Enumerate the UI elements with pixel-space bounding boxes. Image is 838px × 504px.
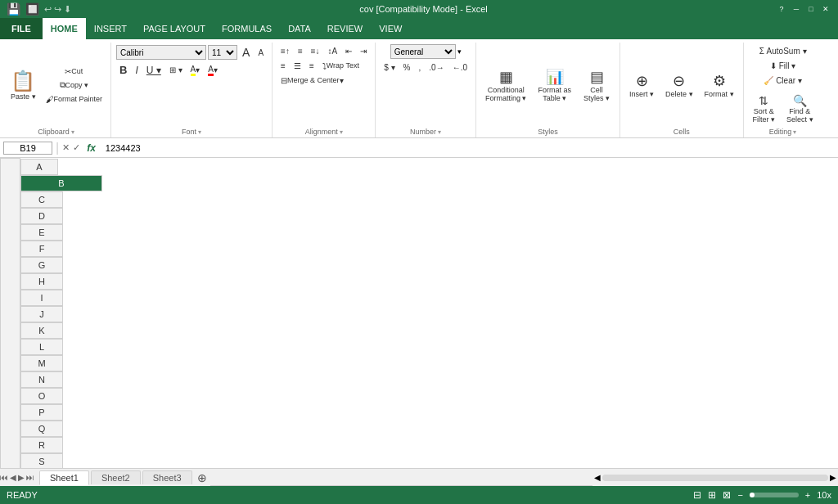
number-format-select[interactable]: General: [390, 44, 456, 59]
minimize-button[interactable]: ─: [791, 3, 802, 15]
indent-increase-button[interactable]: ⇥: [357, 44, 370, 57]
menu-data[interactable]: DATA: [280, 18, 319, 39]
ribbon-group-number: General ▾ $ ▾ % , .0→ ←.0 Number ▾: [377, 43, 476, 137]
increase-decimal-button[interactable]: ←.0: [449, 61, 471, 74]
menu-home[interactable]: HOME: [43, 18, 86, 39]
align-center-button[interactable]: ☰: [291, 59, 304, 72]
formula-input[interactable]: [102, 143, 835, 153]
sheet-tab-3[interactable]: Sheet3: [142, 470, 192, 484]
zoom-in-button[interactable]: +: [805, 490, 810, 500]
col-header-g[interactable]: G: [20, 257, 63, 273]
col-header-r[interactable]: R: [20, 437, 63, 453]
bold-button[interactable]: B: [116, 62, 130, 78]
insert-button[interactable]: ⊕ Insert ▾: [625, 64, 658, 106]
col-header-i[interactable]: I: [20, 290, 63, 306]
decrease-decimal-button[interactable]: .0→: [426, 61, 447, 74]
conditional-formatting-button[interactable]: ▦ Conditional Formatting ▾: [481, 64, 531, 106]
name-box[interactable]: [3, 142, 52, 155]
zoom-slider[interactable]: [750, 493, 799, 497]
sheet-nav-prev[interactable]: ◀: [10, 473, 16, 482]
comma-button[interactable]: ,: [416, 61, 425, 74]
menu-insert[interactable]: INSERT: [86, 18, 135, 39]
menu-formulas[interactable]: FORMULAS: [214, 18, 280, 39]
auto-sum-button[interactable]: Σ AutoSum ▾: [756, 44, 810, 57]
col-header-e[interactable]: E: [20, 224, 63, 241]
maximize-button[interactable]: □: [805, 3, 817, 15]
copy-button[interactable]: ⧉ Copy ▾: [43, 79, 106, 92]
wrap-text-button[interactable]: ⤵ Wrap Text: [319, 59, 363, 72]
close-button[interactable]: ✕: [820, 3, 831, 15]
grid-scroll-area[interactable]: A B C D E F G H I J K L M N O: [0, 158, 838, 468]
format-as-table-button[interactable]: 📊 Format as Table ▾: [534, 64, 576, 106]
indent-decrease-button[interactable]: ⇤: [342, 44, 355, 57]
align-bottom-button[interactable]: ≡↓: [308, 44, 323, 57]
styles-label: Styles: [481, 128, 615, 136]
fill-button[interactable]: ⬇ Fill ▾: [767, 59, 799, 72]
sheet-tab-1[interactable]: Sheet1: [39, 470, 89, 485]
col-header-c[interactable]: C: [20, 191, 63, 208]
menu-view[interactable]: VIEW: [371, 18, 410, 39]
clear-button[interactable]: 🧹 Clear ▾: [760, 74, 804, 87]
zoom-out-button[interactable]: −: [737, 490, 742, 500]
col-header-m[interactable]: M: [20, 355, 63, 371]
underline-button[interactable]: U ▾: [143, 63, 164, 78]
h-scroll-right[interactable]: ▶: [830, 473, 836, 482]
sheet-nav-last[interactable]: ⏭: [26, 473, 34, 482]
text-direction-button[interactable]: ↕A: [325, 44, 341, 57]
align-left-button[interactable]: ≡: [277, 59, 289, 72]
cell-styles-button[interactable]: ▤ Cell Styles ▾: [579, 64, 615, 106]
sheet-nav-next[interactable]: ▶: [18, 473, 25, 482]
page-break-icon[interactable]: ⊠: [723, 489, 731, 501]
align-right-button[interactable]: ≡: [306, 59, 318, 72]
sheet-nav-first[interactable]: ⏮: [0, 473, 8, 482]
cut-button[interactable]: ✂ Cut: [43, 65, 106, 78]
col-header-p[interactable]: P: [20, 404, 63, 421]
h-scroll-left[interactable]: ◀: [594, 473, 601, 482]
merge-center-button[interactable]: ⊟ Merge & Center ▾: [277, 74, 347, 87]
menu-file[interactable]: FILE: [0, 18, 43, 39]
italic-button[interactable]: I: [132, 63, 141, 78]
currency-button[interactable]: $ ▾: [381, 61, 398, 74]
format-button[interactable]: ⚙ Format ▾: [701, 64, 738, 106]
help-button[interactable]: ?: [776, 3, 787, 15]
ribbon-group-styles: ▦ Conditional Formatting ▾ 📊 Format as T…: [478, 43, 620, 137]
delete-button[interactable]: ⊖ Delete ▾: [661, 64, 697, 106]
col-header-f[interactable]: F: [20, 241, 63, 257]
number-label: Number ▾: [381, 128, 471, 136]
increase-font-size-button[interactable]: A: [239, 44, 253, 61]
paste-button[interactable]: 📋 Paste ▾: [7, 64, 40, 106]
borders-button[interactable]: ⊞ ▾: [166, 64, 186, 77]
add-sheet-button[interactable]: ⊕: [194, 470, 210, 486]
find-select-button[interactable]: 🔍 Find & Select ▾: [782, 92, 818, 126]
decrease-font-size-button[interactable]: A: [255, 46, 267, 59]
font-name-select[interactable]: Calibri: [116, 45, 206, 60]
col-header-o[interactable]: O: [20, 388, 63, 404]
page-layout-icon[interactable]: ⊟: [693, 489, 701, 501]
format-painter-button[interactable]: 🖌 Format Painter: [43, 92, 106, 106]
normal-view-icon[interactable]: ⊞: [708, 489, 716, 501]
col-header-n[interactable]: N: [20, 371, 63, 388]
font-color-button[interactable]: A ▾: [205, 63, 221, 78]
col-header-d[interactable]: D: [20, 208, 63, 224]
align-top-button[interactable]: ≡↑: [277, 44, 293, 57]
col-header-s[interactable]: S: [20, 453, 63, 469]
menu-page-layout[interactable]: PAGE LAYOUT: [135, 18, 214, 39]
align-middle-button[interactable]: ≡: [295, 44, 306, 57]
col-header-l[interactable]: L: [20, 339, 63, 355]
col-header-b[interactable]: B: [20, 175, 102, 191]
sheet-tab-2[interactable]: Sheet2: [91, 470, 141, 484]
h-scrollbar[interactable]: [602, 475, 828, 481]
col-header-q[interactable]: Q: [20, 421, 63, 437]
percent-button[interactable]: %: [400, 61, 414, 74]
sort-filter-button[interactable]: ⇅ Sort & Filter ▾: [749, 92, 780, 126]
cells-label: Cells: [625, 128, 738, 136]
fx-label: fx: [87, 142, 96, 154]
col-header-j[interactable]: J: [20, 306, 63, 322]
editing-label: Editing ▾: [749, 128, 818, 136]
font-size-select[interactable]: 11: [208, 45, 237, 60]
fill-color-button[interactable]: A ▾: [187, 63, 204, 78]
col-header-k[interactable]: K: [20, 322, 63, 339]
col-header-a[interactable]: A: [20, 159, 58, 175]
menu-review[interactable]: REVIEW: [319, 18, 371, 39]
col-header-h[interactable]: H: [20, 273, 63, 290]
